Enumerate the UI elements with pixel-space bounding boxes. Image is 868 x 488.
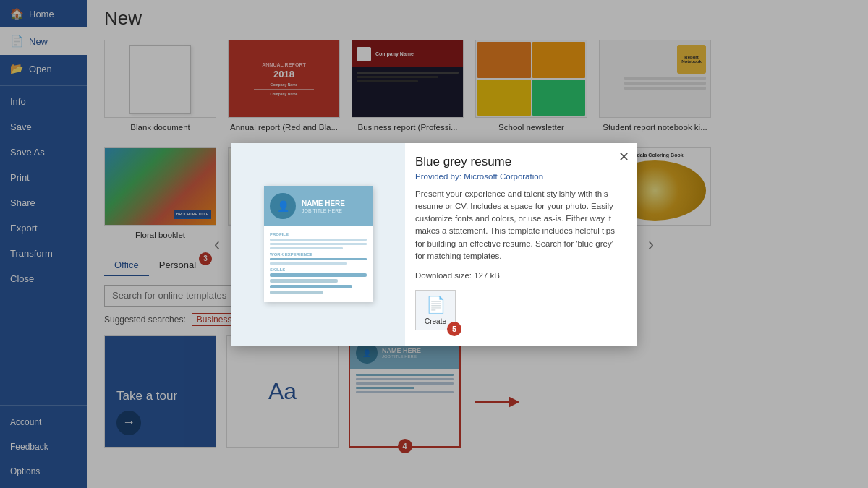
prm-bar-2 xyxy=(270,279,338,283)
prm-body: PROFILE WORK EXPERIENCE SKILLS xyxy=(264,226,373,302)
create-btn-wrapper: 📄 Create 5 xyxy=(415,290,456,330)
prm-avatar: 👤 xyxy=(270,193,296,219)
prm-line-4 xyxy=(270,258,367,260)
create-label: Create xyxy=(425,317,446,325)
prm-line-3 xyxy=(270,247,343,249)
create-icon: 📄 xyxy=(426,296,446,314)
prm-job: JOB TITLE HERE xyxy=(302,208,345,213)
prm-section-1: PROFILE xyxy=(270,232,367,236)
prm-name: NAME HERE xyxy=(302,199,345,208)
prm-line-1 xyxy=(270,239,367,241)
popup: ✕ 👤 NAME HERE JOB TITLE HERE PROFILE xyxy=(231,143,637,346)
popup-title: Blue grey resume xyxy=(415,155,624,169)
prm-section-2: WORK EXPERIENCE xyxy=(270,252,367,257)
prm-line-5 xyxy=(270,262,347,265)
popup-preview: 👤 NAME HERE JOB TITLE HERE PROFILE WOR xyxy=(231,143,405,346)
prm-name-area: NAME HERE JOB TITLE HERE xyxy=(302,199,345,213)
popup-resume-preview: 👤 NAME HERE JOB TITLE HERE PROFILE WOR xyxy=(264,186,373,302)
prm-bar-3 xyxy=(270,285,352,288)
popup-container: ‹ ✕ 👤 NAME HERE JOB TITLE HERE P xyxy=(231,143,637,346)
popup-download-size: Download size: 127 kB xyxy=(415,271,624,280)
prm-bar-4 xyxy=(270,291,323,294)
create-badge: 5 xyxy=(447,322,461,336)
popup-close-button[interactable]: ✕ xyxy=(618,149,629,165)
popup-nav-left[interactable]: ‹ xyxy=(211,231,223,257)
popup-info: Blue grey resume Provided by: Microsoft … xyxy=(405,143,637,346)
prm-line-2 xyxy=(270,243,367,245)
popup-provider: Provided by: Microsoft Corporation xyxy=(415,172,624,181)
popup-overlay[interactable]: ‹ ✕ 👤 NAME HERE JOB TITLE HERE P xyxy=(0,0,868,488)
prm-section-3: SKILLS xyxy=(270,267,367,272)
popup-body: 👤 NAME HERE JOB TITLE HERE PROFILE WOR xyxy=(231,143,637,346)
popup-description: Present your experience and talent styli… xyxy=(415,188,624,263)
prm-top: 👤 NAME HERE JOB TITLE HERE xyxy=(264,186,373,226)
prm-bar-1 xyxy=(270,273,367,277)
popup-nav-right[interactable]: › xyxy=(645,231,657,257)
